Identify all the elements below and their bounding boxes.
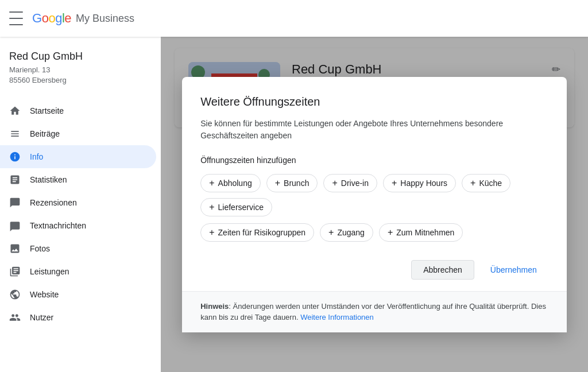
dialog-overlay: Weitere Öffnungszeiten Sie können für be… (161, 37, 588, 372)
sidebar-label-statistiken: Statistiken (30, 175, 67, 184)
sidebar-label-fotos: Fotos (30, 244, 50, 253)
photos-icon (9, 243, 21, 254)
chips-row-1: + Abholung + Brunch + Drive-in + Happy H… (200, 174, 548, 216)
plus-icon: + (392, 179, 397, 188)
sidebar-item-beitraege[interactable]: Beiträge (0, 122, 156, 145)
plus-icon: + (328, 228, 334, 237)
sidebar-item-leistungen[interactable]: Leistungen (0, 260, 156, 283)
chips-row-2: + Zeiten für Risikogruppen + Zugang + Zu… (200, 223, 548, 242)
sidebar-nav: Startseite Beiträge Info Statistiken (0, 99, 161, 329)
website-icon (9, 289, 21, 300)
sidebar-item-textnachrichten[interactable]: Textnachrichten (0, 214, 156, 237)
sidebar-item-fotos[interactable]: Fotos (0, 237, 156, 260)
sidebar-label-website: Website (30, 290, 59, 299)
menu-icon[interactable] (9, 11, 23, 25)
services-icon (9, 266, 21, 277)
sidebar-label-textnachrichten: Textnachrichten (30, 221, 86, 230)
sidebar-label-leistungen: Leistungen (30, 267, 69, 276)
sidebar-address: Marienpl. 13 85560 Ebersberg (9, 65, 152, 86)
dialog-description: Sie können für bestimmte Leistungen oder… (200, 118, 548, 142)
sidebar-item-rezensionen[interactable]: Rezensionen (0, 191, 156, 214)
notice-bold: Hinweis (200, 302, 229, 311)
sidebar-label-rezensionen: Rezensionen (30, 198, 77, 207)
plus-icon: + (275, 179, 280, 188)
home-icon (9, 105, 21, 117)
chip-label-zugang: Zugang (337, 228, 364, 237)
chip-label-lieferservice: Lieferservice (218, 203, 264, 212)
plus-icon: + (388, 228, 393, 237)
content-area: Red Cup GmbH ✏ Online-Marketing-Unterneh… (161, 37, 588, 372)
chip-label-drive-in: Drive-in (341, 179, 369, 188)
sidebar-label-startseite: Startseite (30, 106, 64, 115)
sidebar-item-startseite[interactable]: Startseite (0, 99, 156, 122)
dialog-title: Weitere Öffnungszeiten (200, 95, 548, 108)
notice-link[interactable]: Weitere Informationen (300, 313, 374, 321)
plus-icon: + (332, 179, 337, 188)
sidebar-business-info: Red Cup GmbH Marienpl. 13 85560 Ebersber… (0, 44, 161, 95)
sidebar-item-website[interactable]: Website (0, 283, 156, 306)
reviews-icon (9, 197, 21, 208)
app-logo: Google My Business (32, 11, 134, 26)
plus-icon: + (209, 179, 214, 188)
chip-zum-mitnehmen[interactable]: + Zum Mitnehmen (379, 223, 463, 242)
chip-label-kueche: Küche (479, 179, 502, 188)
info-icon (9, 151, 21, 162)
sidebar-label-nutzer: Nutzer (30, 313, 53, 322)
sidebar: Red Cup GmbH Marienpl. 13 85560 Ebersber… (0, 37, 161, 372)
chip-risikogruppen[interactable]: + Zeiten für Risikogruppen (200, 223, 314, 242)
google-wordmark: Google (32, 11, 71, 26)
address-line1: Marienpl. 13 (9, 65, 51, 74)
cancel-button[interactable]: Abbrechen (411, 260, 474, 280)
chip-happy-hours[interactable]: + Happy Hours (383, 174, 456, 192)
plus-icon: + (209, 228, 214, 237)
chip-zugang[interactable]: + Zugang (320, 223, 373, 242)
dialog-section-title: Öffnungszeiten hinzufügen (200, 156, 548, 165)
topbar: Google My Business (0, 0, 588, 37)
chip-label-zum-mitnehmen: Zum Mitnehmen (396, 228, 454, 237)
dialog-footer: Abbrechen Übernehmen (200, 249, 548, 291)
chip-label-risikogruppen: Zeiten für Risikogruppen (218, 228, 306, 237)
mybusiness-label: My Business (76, 13, 134, 25)
plus-icon: + (209, 203, 214, 212)
stats-icon (9, 174, 21, 185)
dialog: Weitere Öffnungszeiten Sie können für be… (182, 77, 567, 332)
sidebar-item-info[interactable]: Info (0, 145, 156, 168)
chip-drive-in[interactable]: + Drive-in (323, 174, 377, 192)
chip-kueche[interactable]: + Küche (462, 174, 510, 192)
main-layout: Red Cup GmbH Marienpl. 13 85560 Ebersber… (0, 37, 588, 372)
dialog-notice: Hinweis: Änderungen werden unter Umständ… (182, 291, 567, 332)
sidebar-business-name: Red Cup GmbH (9, 51, 152, 63)
sidebar-item-statistiken[interactable]: Statistiken (0, 168, 156, 191)
chip-brunch[interactable]: + Brunch (266, 174, 318, 192)
chip-abholung[interactable]: + Abholung (200, 174, 261, 192)
chip-label-abholung: Abholung (218, 179, 252, 188)
chip-label-happy-hours: Happy Hours (400, 179, 447, 188)
confirm-button[interactable]: Übernehmen (479, 261, 548, 279)
sidebar-label-info: Info (30, 152, 43, 161)
sidebar-label-beitraege: Beiträge (30, 129, 60, 138)
posts-icon (9, 128, 21, 140)
users-icon (9, 312, 21, 323)
messages-icon (9, 220, 21, 231)
chip-label-brunch: Brunch (284, 179, 309, 188)
plus-icon: + (470, 179, 475, 188)
address-line2: 85560 Ebersberg (9, 76, 67, 84)
chip-lieferservice[interactable]: + Lieferservice (200, 198, 272, 216)
sidebar-item-nutzer[interactable]: Nutzer (0, 306, 156, 329)
